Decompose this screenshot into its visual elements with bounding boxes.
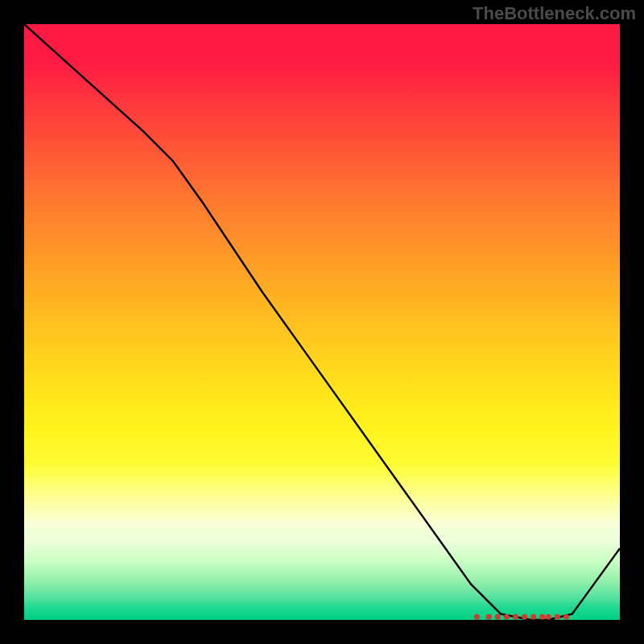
min-marker	[474, 614, 480, 620]
min-marker	[546, 614, 551, 620]
chart-frame: TheBottleneck.com	[0, 0, 644, 644]
min-marker	[530, 614, 536, 620]
min-marker	[486, 614, 492, 620]
curve-layer	[24, 24, 620, 620]
min-marker	[504, 614, 510, 620]
plot-area	[24, 24, 620, 620]
min-marker	[539, 614, 545, 620]
min-marker	[522, 614, 527, 620]
min-marker	[564, 614, 569, 620]
min-marker	[555, 614, 560, 620]
watermark-label: TheBottleneck.com	[473, 3, 636, 24]
bottleneck-curve	[24, 24, 620, 620]
min-marker	[495, 614, 501, 620]
min-marker	[513, 614, 518, 620]
